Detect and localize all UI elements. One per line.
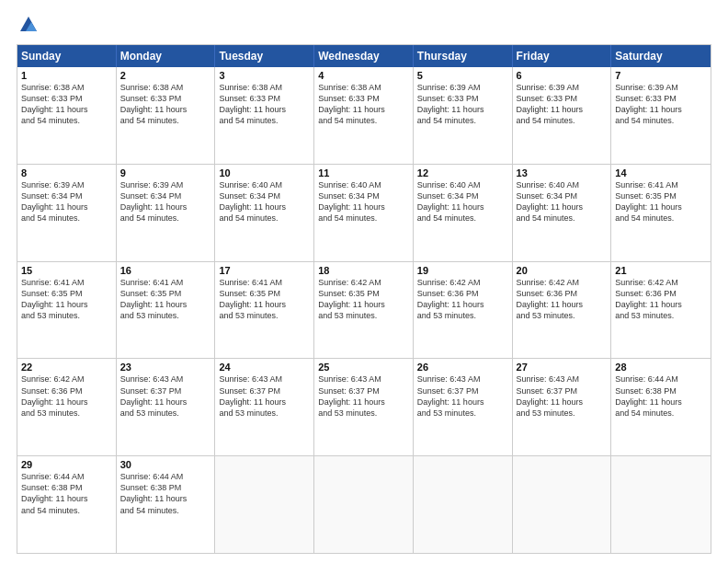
day-number: 19 [417,265,508,276]
day-info: Sunrise: 6:43 AM Sunset: 6:37 PM Dayligh… [219,373,310,419]
day-info: Sunrise: 6:39 AM Sunset: 6:33 PM Dayligh… [517,82,608,127]
header-day-sunday: Sunday [17,45,117,67]
day-info: Sunrise: 6:43 AM Sunset: 6:37 PM Dayligh… [120,373,211,419]
day-info: Sunrise: 6:40 AM Sunset: 6:34 PM Dayligh… [318,179,409,224]
calendar-cell [414,456,513,553]
day-number: 17 [219,265,310,276]
day-info: Sunrise: 6:40 AM Sunset: 6:34 PM Dayligh… [417,179,508,224]
day-info: Sunrise: 6:44 AM Sunset: 6:38 PM Dayligh… [615,373,707,419]
calendar-cell: 14Sunrise: 6:41 AM Sunset: 6:35 PM Dayli… [611,165,711,261]
day-number: 8 [21,167,112,178]
day-info: Sunrise: 6:41 AM Sunset: 6:35 PM Dayligh… [120,277,211,322]
calendar-cell: 11Sunrise: 6:40 AM Sunset: 6:34 PM Dayli… [314,165,414,261]
day-info: Sunrise: 6:44 AM Sunset: 6:38 PM Dayligh… [120,471,211,516]
day-number: 29 [21,459,112,470]
calendar-cell: 3Sunrise: 6:38 AM Sunset: 6:33 PM Daylig… [215,67,314,164]
calendar-cell: 18Sunrise: 6:42 AM Sunset: 6:35 PM Dayli… [314,262,414,359]
calendar-cell: 28Sunrise: 6:44 AM Sunset: 6:38 PM Dayli… [611,359,711,455]
page: SundayMondayTuesdayWednesdayThursdayFrid… [0,0,728,563]
day-number: 30 [120,459,211,470]
day-info: Sunrise: 6:42 AM Sunset: 6:36 PM Dayligh… [615,277,707,322]
calendar-cell [314,456,414,553]
calendar-cell: 8Sunrise: 6:39 AM Sunset: 6:34 PM Daylig… [17,165,117,261]
header-day-wednesday: Wednesday [314,45,414,67]
calendar-cell [215,456,314,553]
calendar-body: 1Sunrise: 6:38 AM Sunset: 6:33 PM Daylig… [17,67,711,553]
day-number: 9 [120,167,211,178]
day-number: 1 [21,70,112,81]
day-number: 23 [120,362,211,373]
calendar-row-2: 8Sunrise: 6:39 AM Sunset: 6:34 PM Daylig… [17,164,711,261]
calendar-cell: 25Sunrise: 6:43 AM Sunset: 6:37 PM Dayli… [314,359,414,455]
day-number: 13 [517,167,608,178]
day-number: 28 [615,362,707,373]
day-info: Sunrise: 6:41 AM Sunset: 6:35 PM Dayligh… [21,277,112,322]
calendar-cell: 29Sunrise: 6:44 AM Sunset: 6:38 PM Dayli… [17,456,117,553]
calendar-cell: 27Sunrise: 6:43 AM Sunset: 6:37 PM Dayli… [513,359,612,455]
day-number: 6 [517,70,608,81]
day-number: 5 [417,70,508,81]
day-number: 11 [318,167,409,178]
day-info: Sunrise: 6:40 AM Sunset: 6:34 PM Dayligh… [219,179,310,224]
day-info: Sunrise: 6:40 AM Sunset: 6:34 PM Dayligh… [517,179,608,224]
day-number: 7 [615,70,707,81]
day-info: Sunrise: 6:39 AM Sunset: 6:33 PM Dayligh… [615,82,707,127]
calendar-cell: 16Sunrise: 6:41 AM Sunset: 6:35 PM Dayli… [117,262,216,359]
header-day-tuesday: Tuesday [215,45,314,67]
header [17,15,711,35]
day-number: 12 [417,167,508,178]
calendar-cell: 17Sunrise: 6:41 AM Sunset: 6:35 PM Dayli… [215,262,314,359]
calendar-cell: 5Sunrise: 6:39 AM Sunset: 6:33 PM Daylig… [414,67,513,164]
day-number: 25 [318,362,409,373]
day-number: 16 [120,265,211,276]
header-day-friday: Friday [513,45,612,67]
calendar-row-5: 29Sunrise: 6:44 AM Sunset: 6:38 PM Dayli… [17,455,711,553]
day-number: 27 [517,362,608,373]
calendar-cell: 2Sunrise: 6:38 AM Sunset: 6:33 PM Daylig… [117,67,216,164]
day-info: Sunrise: 6:43 AM Sunset: 6:37 PM Dayligh… [517,373,608,419]
day-info: Sunrise: 6:39 AM Sunset: 6:34 PM Dayligh… [21,179,112,224]
calendar-cell: 23Sunrise: 6:43 AM Sunset: 6:37 PM Dayli… [117,359,216,455]
calendar-cell: 1Sunrise: 6:38 AM Sunset: 6:33 PM Daylig… [17,67,117,164]
day-info: Sunrise: 6:43 AM Sunset: 6:37 PM Dayligh… [318,373,409,419]
calendar-cell [513,456,612,553]
day-info: Sunrise: 6:39 AM Sunset: 6:34 PM Dayligh… [120,179,211,224]
day-info: Sunrise: 6:42 AM Sunset: 6:36 PM Dayligh… [417,277,508,322]
day-number: 4 [318,70,409,81]
calendar-cell: 21Sunrise: 6:42 AM Sunset: 6:36 PM Dayli… [611,262,711,359]
calendar-cell: 19Sunrise: 6:42 AM Sunset: 6:36 PM Dayli… [414,262,513,359]
day-number: 18 [318,265,409,276]
calendar-cell: 30Sunrise: 6:44 AM Sunset: 6:38 PM Dayli… [117,456,216,553]
logo-icon [18,15,39,35]
day-number: 26 [417,362,508,373]
day-info: Sunrise: 6:44 AM Sunset: 6:38 PM Dayligh… [21,471,112,516]
calendar-row-4: 22Sunrise: 6:42 AM Sunset: 6:36 PM Dayli… [17,358,711,455]
day-info: Sunrise: 6:43 AM Sunset: 6:37 PM Dayligh… [417,373,508,419]
calendar-row-1: 1Sunrise: 6:38 AM Sunset: 6:33 PM Daylig… [17,67,711,164]
day-number: 3 [219,70,310,81]
calendar-cell: 10Sunrise: 6:40 AM Sunset: 6:34 PM Dayli… [215,165,314,261]
calendar-header: SundayMondayTuesdayWednesdayThursdayFrid… [17,45,711,67]
day-info: Sunrise: 6:41 AM Sunset: 6:35 PM Dayligh… [219,277,310,322]
day-info: Sunrise: 6:41 AM Sunset: 6:35 PM Dayligh… [615,179,707,224]
calendar-cell: 12Sunrise: 6:40 AM Sunset: 6:34 PM Dayli… [414,165,513,261]
day-info: Sunrise: 6:42 AM Sunset: 6:36 PM Dayligh… [21,373,112,419]
day-info: Sunrise: 6:42 AM Sunset: 6:35 PM Dayligh… [318,277,409,322]
header-day-monday: Monday [117,45,216,67]
header-day-thursday: Thursday [414,45,513,67]
header-day-saturday: Saturday [611,45,711,67]
day-number: 20 [517,265,608,276]
calendar-cell: 13Sunrise: 6:40 AM Sunset: 6:34 PM Dayli… [513,165,612,261]
calendar-cell: 20Sunrise: 6:42 AM Sunset: 6:36 PM Dayli… [513,262,612,359]
calendar: SundayMondayTuesdayWednesdayThursdayFrid… [17,44,711,554]
day-info: Sunrise: 6:42 AM Sunset: 6:36 PM Dayligh… [517,277,608,322]
calendar-cell [611,456,711,553]
day-number: 22 [21,362,112,373]
day-info: Sunrise: 6:39 AM Sunset: 6:33 PM Dayligh… [417,82,508,127]
day-info: Sunrise: 6:38 AM Sunset: 6:33 PM Dayligh… [219,82,310,127]
calendar-cell: 26Sunrise: 6:43 AM Sunset: 6:37 PM Dayli… [414,359,513,455]
calendar-cell: 24Sunrise: 6:43 AM Sunset: 6:37 PM Dayli… [215,359,314,455]
logo [17,15,39,35]
day-number: 2 [120,70,211,81]
calendar-cell: 22Sunrise: 6:42 AM Sunset: 6:36 PM Dayli… [17,359,117,455]
